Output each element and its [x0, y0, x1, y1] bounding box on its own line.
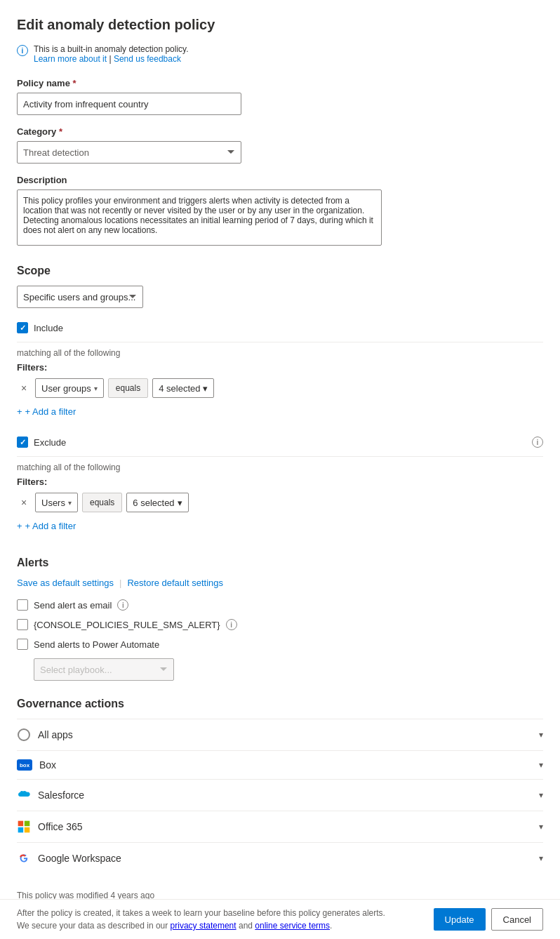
- office365-chevron: ▾: [539, 822, 543, 832]
- footer-buttons: Update Cancel: [434, 908, 543, 931]
- sms-info-icon[interactable]: i: [226, 619, 237, 630]
- update-button[interactable]: Update: [434, 908, 486, 931]
- salesforce-app: Salesforce: [17, 788, 84, 802]
- all-apps-icon: [17, 728, 31, 742]
- filter-field-chevron: ▾: [94, 385, 98, 392]
- send-email-label: Send alert as email: [34, 600, 112, 611]
- footer-alert-text: After the policy is created, it takes a …: [17, 908, 385, 918]
- governance-section: Governance actions All apps ▾ box Box ▾: [17, 698, 543, 900]
- include-filter-remove[interactable]: ×: [17, 381, 31, 395]
- send-feedback-link[interactable]: Send us feedback: [114, 54, 181, 64]
- google-icon: [17, 851, 31, 865]
- category-group: Category * Threat detection: [17, 126, 543, 164]
- all-apps-chevron: ▾: [539, 730, 543, 740]
- exclude-filter-row: × Users ▾ equals 6 selected ▾: [17, 493, 543, 512]
- exclude-filter-field-chevron: ▾: [68, 499, 72, 507]
- sms-checkbox[interactable]: [17, 619, 28, 630]
- send-email-row: Send alert as email i: [17, 599, 543, 611]
- add-filter-plus-icon: +: [17, 406, 22, 417]
- policy-name-group: Policy name *: [17, 78, 543, 115]
- governance-office365-row[interactable]: Office 365 ▾: [17, 811, 543, 842]
- category-select[interactable]: Threat detection: [17, 141, 241, 164]
- governance-all-apps-row[interactable]: All apps ▾: [17, 719, 543, 750]
- governance-google-row[interactable]: Google Workspace ▾: [17, 842, 543, 874]
- all-apps-label: All apps: [38, 729, 73, 740]
- footer-content: After the policy is created, it takes a …: [17, 908, 385, 931]
- exclude-filter-field[interactable]: Users ▾: [35, 493, 78, 512]
- google-app: Google Workspace: [17, 851, 121, 865]
- learn-more-link[interactable]: Learn more about it: [34, 54, 107, 64]
- box-app: box Box: [17, 759, 56, 771]
- include-filter-field[interactable]: User groups ▾: [35, 378, 104, 398]
- scope-title: Scope: [17, 265, 543, 277]
- include-filter-row: × User groups ▾ equals 4 selected ▾: [17, 378, 543, 398]
- governance-box-row[interactable]: box Box ▾: [17, 750, 543, 779]
- policy-name-input[interactable]: [17, 93, 241, 115]
- footer-privacy-text: We secure your data as described in our …: [17, 921, 385, 931]
- google-label: Google Workspace: [38, 853, 121, 864]
- filter-value-chevron: ▾: [203, 383, 208, 394]
- include-checkbox[interactable]: [17, 322, 28, 333]
- exclude-matching-text: matching all of the following: [17, 462, 543, 472]
- include-add-filter[interactable]: + + Add a filter: [17, 404, 543, 420]
- office365-app: Office 365: [17, 820, 83, 834]
- exclude-filter-value[interactable]: 6 selected ▾: [126, 493, 188, 512]
- footer-bar: After the policy is created, it takes a …: [0, 899, 560, 939]
- alerts-separator: |: [119, 578, 121, 588]
- exclude-row: Exclude: [17, 437, 66, 448]
- exclude-add-filter-plus-icon: +: [17, 521, 22, 531]
- playbook-select[interactable]: Select playbook...: [34, 658, 174, 681]
- alerts-links: Save as default settings | Restore defau…: [17, 578, 543, 588]
- sms-label: {CONSOLE_POLICIES_RULE_SMS_ALERT}: [34, 620, 220, 630]
- exclude-filters-label: Filters:: [17, 477, 543, 487]
- send-email-checkbox[interactable]: [17, 599, 28, 611]
- alerts-title: Alerts: [17, 557, 543, 569]
- include-filter-value[interactable]: 4 selected ▾: [152, 378, 214, 398]
- privacy-link[interactable]: privacy statement: [171, 921, 236, 931]
- governance-salesforce-row[interactable]: Salesforce ▾: [17, 779, 543, 811]
- info-text: This is a built-in anomaly detection pol…: [34, 44, 189, 64]
- include-row: Include: [17, 317, 543, 339]
- office365-icon: [17, 820, 31, 834]
- power-automate-label: Send alerts to Power Automate: [34, 639, 159, 650]
- cancel-button[interactable]: Cancel: [491, 908, 543, 931]
- send-email-info-icon[interactable]: i: [117, 599, 128, 611]
- include-label: Include: [34, 323, 63, 333]
- scope-dropdown[interactable]: Specific users and groups... All users: [17, 286, 143, 308]
- terms-link[interactable]: online service terms: [255, 921, 330, 931]
- info-banner: i This is a built-in anomaly detection p…: [17, 44, 543, 64]
- description-label: Description: [17, 175, 543, 185]
- exclude-checkbox[interactable]: [17, 437, 28, 448]
- exclude-divider: [17, 456, 543, 457]
- svg-rect-0: [18, 821, 24, 827]
- box-icon: box: [17, 759, 32, 771]
- governance-title: Governance actions: [17, 698, 543, 710]
- description-group: Description This policy profiles your en…: [17, 175, 543, 248]
- salesforce-icon: [17, 788, 31, 802]
- box-chevron: ▾: [539, 760, 543, 770]
- svg-rect-2: [18, 827, 24, 833]
- office365-label: Office 365: [38, 821, 83, 832]
- exclude-info-icon[interactable]: i: [532, 437, 543, 448]
- exclude-filter-remove[interactable]: ×: [17, 495, 31, 510]
- exclude-label: Exclude: [34, 437, 66, 448]
- page-title: Edit anomaly detection policy: [17, 17, 543, 33]
- salesforce-chevron: ▾: [539, 790, 543, 800]
- category-label: Category *: [17, 126, 543, 137]
- power-automate-checkbox[interactable]: [17, 639, 28, 650]
- restore-default-link[interactable]: Restore default settings: [127, 578, 223, 588]
- include-filters-label: Filters:: [17, 362, 543, 373]
- box-label: Box: [39, 759, 56, 771]
- include-matching-text: matching all of the following: [17, 348, 543, 358]
- sms-row: {CONSOLE_POLICIES_RULE_SMS_ALERT} i: [17, 619, 543, 630]
- exclude-filter-operator: equals: [82, 493, 122, 512]
- svg-rect-1: [25, 821, 30, 827]
- svg-rect-3: [25, 827, 30, 833]
- save-default-link[interactable]: Save as default settings: [17, 578, 114, 588]
- salesforce-label: Salesforce: [38, 790, 84, 801]
- exclude-add-filter[interactable]: + + Add a filter: [17, 518, 543, 534]
- description-textarea[interactable]: This policy profiles your environment an…: [17, 189, 382, 246]
- all-apps-app: All apps: [17, 728, 73, 742]
- include-divider: [17, 342, 543, 342]
- policy-name-label: Policy name *: [17, 78, 543, 88]
